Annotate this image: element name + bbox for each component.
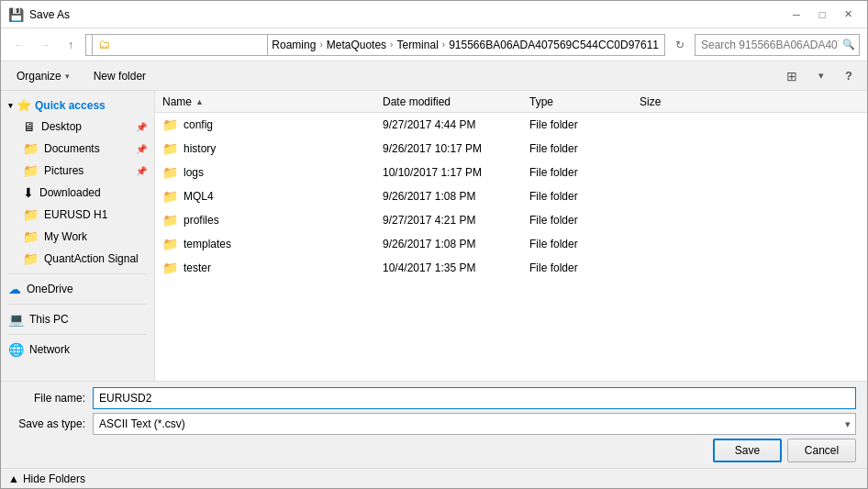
filename-row: File name:	[12, 387, 856, 409]
file-name: MQL4	[184, 190, 214, 203]
table-row[interactable]: 📁 logs 10/10/2017 1:17 PM File folder	[155, 161, 867, 184]
folder-icon: 📁	[23, 207, 39, 222]
sidebar-item-downloaded[interactable]: ⬇ Downloaded	[1, 182, 154, 204]
download-icon: ⬇	[23, 185, 34, 200]
pictures-icon: 📁	[23, 163, 39, 178]
sidebar-item-documents[interactable]: 📁 Documents 📌	[1, 138, 154, 160]
forward-button[interactable]: →	[34, 34, 56, 56]
file-area: Name ▲ Date modified Type Size 📁 config	[155, 91, 867, 381]
sidebar-item-desktop[interactable]: 🖥 Desktop 📌	[1, 116, 154, 138]
breadcrumb-sep-3: ›	[442, 39, 445, 50]
sidebar-quick-access-header[interactable]: ▾ ⭐ Quick access	[1, 94, 154, 116]
file-name: config	[184, 118, 213, 131]
address-path[interactable]: 🗂 Roaming › MetaQuotes › Terminal › 9155…	[85, 34, 665, 56]
column-header-type[interactable]: Type	[529, 95, 640, 108]
sidebar-item-label: ⭐ Quick access	[17, 98, 106, 112]
toolbar: Organize ▾ New folder ⊞ ▾ ?	[1, 61, 867, 91]
desktop-icon: 🖥	[23, 119, 36, 134]
folder-icon: 🗂	[92, 34, 268, 56]
column-header-size[interactable]: Size	[640, 95, 713, 108]
file-rows-container: 📁 config 9/27/2017 4:44 PM File folder 📁…	[155, 113, 867, 280]
file-name: templates	[184, 238, 231, 250]
organize-label: Organize	[17, 70, 61, 83]
organize-button[interactable]: Organize ▾	[8, 65, 78, 87]
file-date: 9/26/2017 1:08 PM	[383, 190, 529, 203]
sidebar-item-network[interactable]: 🌐 Network	[1, 339, 154, 361]
column-header-date[interactable]: Date modified	[383, 95, 529, 108]
sort-arrow-icon: ▲	[195, 97, 204, 106]
table-row[interactable]: 📁 history 9/26/2017 10:17 PM File folder	[155, 137, 867, 161]
search-input[interactable]	[701, 39, 839, 51]
sidebar-item-onedrive[interactable]: ☁ OneDrive	[1, 278, 154, 300]
file-type: File folder	[529, 118, 640, 131]
savetype-select[interactable]: ASCII Text (*.csv)	[93, 413, 856, 435]
sidebar-item-label: EURUSD H1	[44, 208, 107, 221]
file-type: File folder	[529, 166, 640, 179]
savetype-label: Save as type:	[12, 417, 85, 430]
folder-icon: 📁	[23, 229, 39, 244]
file-type: File folder	[529, 190, 640, 203]
sidebar-divider-2	[8, 304, 147, 305]
organize-chevron-icon: ▾	[65, 72, 70, 81]
thispc-icon: 💻	[8, 312, 24, 327]
folder-icon: 📁	[162, 165, 178, 180]
breadcrumb-terminal: Terminal	[396, 39, 438, 51]
column-header-name[interactable]: Name ▲	[162, 95, 383, 108]
main-content: ▾ ⭐ Quick access 🖥 Desktop 📌 📁 Documents…	[1, 91, 867, 381]
folder-icon: 📁	[162, 213, 178, 228]
window-icon: 💾	[8, 7, 24, 22]
onedrive-icon: ☁	[8, 282, 21, 296]
maximize-button[interactable]: □	[810, 5, 834, 25]
cancel-button[interactable]: Cancel	[787, 439, 856, 462]
breadcrumb-roaming: Roaming	[272, 39, 316, 51]
search-box[interactable]: 🔍	[695, 34, 860, 56]
quick-access-chevron-icon: ▾	[8, 101, 13, 110]
save-as-dialog: 💾 Save As ─ □ ✕ ← → ↑ 🗂 Roaming › MetaQu…	[0, 0, 868, 489]
sidebar-item-label: Pictures	[44, 164, 83, 177]
refresh-button[interactable]: ↻	[669, 34, 691, 56]
filename-input[interactable]	[93, 387, 856, 409]
savetype-select-wrapper: ASCII Text (*.csv)	[93, 413, 856, 435]
table-row[interactable]: 📁 profiles 9/27/2017 4:21 PM File folder	[155, 208, 867, 232]
close-button[interactable]: ✕	[836, 5, 860, 25]
sidebar-item-label: Desktop	[41, 120, 82, 133]
sidebar-item-label: My Work	[44, 230, 87, 243]
file-list-header: Name ▲ Date modified Type Size	[155, 91, 867, 113]
address-bar: ← → ↑ 🗂 Roaming › MetaQuotes › Terminal …	[1, 28, 867, 61]
save-button[interactable]: Save	[713, 439, 782, 462]
pin-icon: 📌	[136, 166, 147, 176]
savetype-row: Save as type: ASCII Text (*.csv)	[12, 413, 856, 435]
minimize-button[interactable]: ─	[785, 5, 808, 25]
search-icon: 🔍	[842, 39, 855, 50]
up-button[interactable]: ↑	[60, 34, 82, 56]
table-row[interactable]: 📁 MQL4 9/26/2017 1:08 PM File folder	[155, 184, 867, 208]
table-row[interactable]: 📁 tester 10/4/2017 1:35 PM File folder	[155, 256, 867, 280]
file-date: 10/10/2017 1:17 PM	[383, 166, 529, 179]
file-date: 9/27/2017 4:44 PM	[383, 118, 529, 131]
sidebar-item-my-work[interactable]: 📁 My Work	[1, 226, 154, 248]
toolbar-right: ⊞ ▾ ?	[779, 65, 860, 87]
view-options-button[interactable]: ⊞	[779, 65, 805, 87]
breadcrumb-sep-2: ›	[390, 39, 393, 50]
file-date: 9/27/2017 4:21 PM	[383, 214, 529, 227]
back-button[interactable]: ←	[8, 34, 30, 56]
breadcrumb-metaquotes: MetaQuotes	[327, 39, 386, 51]
collapse-chevron-icon: ▲	[8, 472, 19, 485]
file-name: history	[184, 142, 216, 155]
column-size-label: Size	[640, 95, 661, 108]
table-row[interactable]: 📁 config 9/27/2017 4:44 PM File folder	[155, 113, 867, 137]
collapse-bar[interactable]: ▲ Hide Folders	[1, 468, 867, 488]
file-name: profiles	[184, 214, 219, 227]
sidebar-item-pictures[interactable]: 📁 Pictures 📌	[1, 160, 154, 182]
pin-icon: 📌	[136, 144, 147, 154]
sidebar-item-this-pc[interactable]: 💻 This PC	[1, 308, 154, 330]
window-title: Save As	[29, 8, 70, 21]
view-chevron-button[interactable]: ▾	[808, 65, 834, 87]
new-folder-button[interactable]: New folder	[85, 65, 154, 87]
file-type: File folder	[529, 238, 640, 250]
new-folder-label: New folder	[94, 70, 146, 83]
sidebar-item-eurusd-h1[interactable]: 📁 EURUSD H1	[1, 204, 154, 226]
help-button[interactable]: ?	[838, 65, 860, 87]
table-row[interactable]: 📁 templates 9/26/2017 1:08 PM File folde…	[155, 232, 867, 256]
sidebar-item-quantaction-signal[interactable]: 📁 QuantAction Signal	[1, 248, 154, 270]
